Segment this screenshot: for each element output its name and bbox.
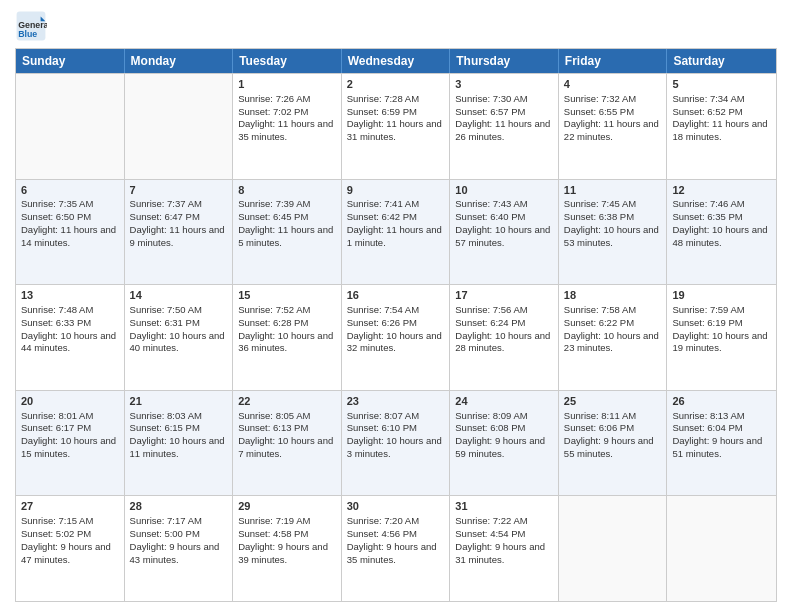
sunset: Sunset: 6:04 PM [672,422,742,433]
daylight: Daylight: 9 hours and 47 minutes. [21,541,111,565]
day-number: 30 [347,499,445,514]
sunrise: Sunrise: 8:11 AM [564,410,636,421]
day-cell-12: 12Sunrise: 7:46 AMSunset: 6:35 PMDayligh… [667,180,776,285]
sunset: Sunset: 6:10 PM [347,422,417,433]
daylight: Daylight: 9 hours and 35 minutes. [347,541,437,565]
sunset: Sunset: 6:28 PM [238,317,308,328]
sunrise: Sunrise: 7:41 AM [347,198,419,209]
daylight: Daylight: 11 hours and 1 minute. [347,224,442,248]
daylight: Daylight: 10 hours and 15 minutes. [21,435,116,459]
day-number: 24 [455,394,553,409]
day-cell-28: 28Sunrise: 7:17 AMSunset: 5:00 PMDayligh… [125,496,234,601]
sunset: Sunset: 6:26 PM [347,317,417,328]
daylight: Daylight: 11 hours and 35 minutes. [238,118,333,142]
day-number: 8 [238,183,336,198]
sunrise: Sunrise: 7:26 AM [238,93,310,104]
svg-text:Blue: Blue [18,29,37,39]
sunrise: Sunrise: 7:34 AM [672,93,744,104]
sunset: Sunset: 6:35 PM [672,211,742,222]
day-cell-26: 26Sunrise: 8:13 AMSunset: 6:04 PMDayligh… [667,391,776,496]
daylight: Daylight: 11 hours and 26 minutes. [455,118,550,142]
sunset: Sunset: 7:02 PM [238,106,308,117]
header-day-wednesday: Wednesday [342,49,451,73]
header-day-tuesday: Tuesday [233,49,342,73]
day-cell-21: 21Sunrise: 8:03 AMSunset: 6:15 PMDayligh… [125,391,234,496]
sunrise: Sunrise: 8:01 AM [21,410,93,421]
day-number: 7 [130,183,228,198]
sunset: Sunset: 4:54 PM [455,528,525,539]
daylight: Daylight: 9 hours and 39 minutes. [238,541,328,565]
sunrise: Sunrise: 7:15 AM [21,515,93,526]
sunrise: Sunrise: 7:45 AM [564,198,636,209]
sunset: Sunset: 4:56 PM [347,528,417,539]
day-cell-17: 17Sunrise: 7:56 AMSunset: 6:24 PMDayligh… [450,285,559,390]
day-cell-31: 31Sunrise: 7:22 AMSunset: 4:54 PMDayligh… [450,496,559,601]
day-number: 12 [672,183,771,198]
calendar-header: SundayMondayTuesdayWednesdayThursdayFrid… [16,49,776,73]
sunrise: Sunrise: 8:03 AM [130,410,202,421]
sunrise: Sunrise: 7:30 AM [455,93,527,104]
page: General Blue SundayMondayTuesdayWednesda… [0,0,792,612]
day-cell-29: 29Sunrise: 7:19 AMSunset: 4:58 PMDayligh… [233,496,342,601]
day-cell-14: 14Sunrise: 7:50 AMSunset: 6:31 PMDayligh… [125,285,234,390]
sunrise: Sunrise: 7:20 AM [347,515,419,526]
header-day-saturday: Saturday [667,49,776,73]
day-cell-1: 1Sunrise: 7:26 AMSunset: 7:02 PMDaylight… [233,74,342,179]
sunset: Sunset: 6:47 PM [130,211,200,222]
daylight: Daylight: 9 hours and 55 minutes. [564,435,654,459]
sunset: Sunset: 6:31 PM [130,317,200,328]
sunrise: Sunrise: 8:07 AM [347,410,419,421]
sunrise: Sunrise: 7:22 AM [455,515,527,526]
sunrise: Sunrise: 7:32 AM [564,93,636,104]
sunrise: Sunrise: 8:09 AM [455,410,527,421]
calendar-row-1: 6Sunrise: 7:35 AMSunset: 6:50 PMDaylight… [16,179,776,285]
day-cell-25: 25Sunrise: 8:11 AMSunset: 6:06 PMDayligh… [559,391,668,496]
sunset: Sunset: 6:33 PM [21,317,91,328]
sunrise: Sunrise: 7:54 AM [347,304,419,315]
day-cell-9: 9Sunrise: 7:41 AMSunset: 6:42 PMDaylight… [342,180,451,285]
day-number: 19 [672,288,771,303]
sunrise: Sunrise: 7:52 AM [238,304,310,315]
day-number: 18 [564,288,662,303]
day-number: 9 [347,183,445,198]
daylight: Daylight: 9 hours and 59 minutes. [455,435,545,459]
day-cell-22: 22Sunrise: 8:05 AMSunset: 6:13 PMDayligh… [233,391,342,496]
sunset: Sunset: 6:19 PM [672,317,742,328]
day-cell-2: 2Sunrise: 7:28 AMSunset: 6:59 PMDaylight… [342,74,451,179]
day-number: 17 [455,288,553,303]
day-cell-8: 8Sunrise: 7:39 AMSunset: 6:45 PMDaylight… [233,180,342,285]
day-number: 10 [455,183,553,198]
day-number: 14 [130,288,228,303]
daylight: Daylight: 9 hours and 43 minutes. [130,541,220,565]
sunset: Sunset: 6:42 PM [347,211,417,222]
sunrise: Sunrise: 7:19 AM [238,515,310,526]
daylight: Daylight: 11 hours and 14 minutes. [21,224,116,248]
day-number: 11 [564,183,662,198]
day-cell-20: 20Sunrise: 8:01 AMSunset: 6:17 PMDayligh… [16,391,125,496]
header-day-monday: Monday [125,49,234,73]
day-cell-11: 11Sunrise: 7:45 AMSunset: 6:38 PMDayligh… [559,180,668,285]
calendar: SundayMondayTuesdayWednesdayThursdayFrid… [15,48,777,602]
header-day-thursday: Thursday [450,49,559,73]
daylight: Daylight: 10 hours and 11 minutes. [130,435,225,459]
day-number: 29 [238,499,336,514]
daylight: Daylight: 10 hours and 7 minutes. [238,435,333,459]
daylight: Daylight: 10 hours and 40 minutes. [130,330,225,354]
day-number: 27 [21,499,119,514]
daylight: Daylight: 10 hours and 48 minutes. [672,224,767,248]
empty-cell-0-1 [125,74,234,179]
sunset: Sunset: 6:22 PM [564,317,634,328]
day-number: 28 [130,499,228,514]
sunrise: Sunrise: 7:46 AM [672,198,744,209]
daylight: Daylight: 10 hours and 28 minutes. [455,330,550,354]
day-cell-30: 30Sunrise: 7:20 AMSunset: 4:56 PMDayligh… [342,496,451,601]
header: General Blue [15,10,777,42]
daylight: Daylight: 10 hours and 32 minutes. [347,330,442,354]
daylight: Daylight: 11 hours and 18 minutes. [672,118,767,142]
daylight: Daylight: 11 hours and 5 minutes. [238,224,333,248]
day-number: 5 [672,77,771,92]
sunset: Sunset: 4:58 PM [238,528,308,539]
sunset: Sunset: 6:50 PM [21,211,91,222]
sunset: Sunset: 6:59 PM [347,106,417,117]
sunrise: Sunrise: 7:58 AM [564,304,636,315]
